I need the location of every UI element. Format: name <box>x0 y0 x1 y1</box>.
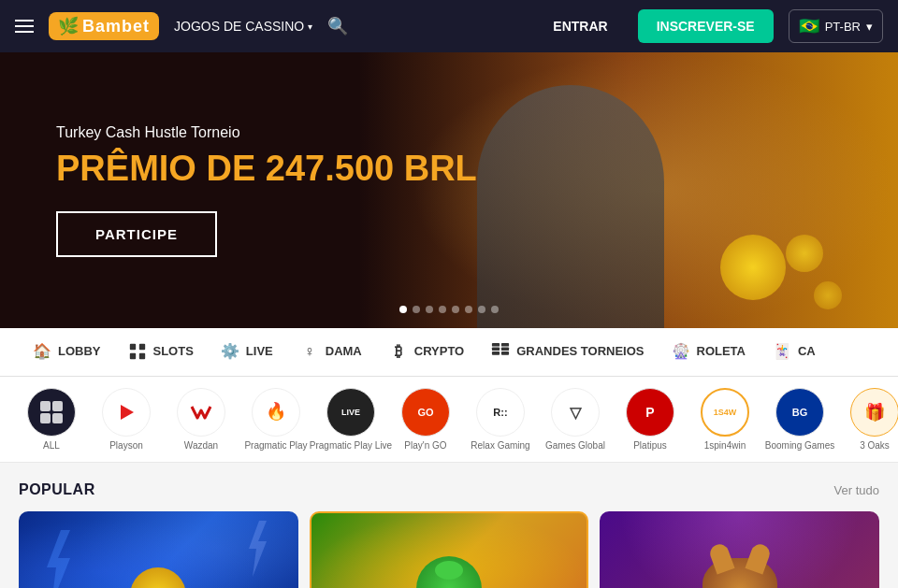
game-card-2[interactable] <box>310 511 589 588</box>
svg-marker-14 <box>121 405 134 420</box>
provider-playn-go-logo: GO <box>401 388 450 437</box>
svg-rect-5 <box>492 347 500 351</box>
provider-platipus-logo: P <box>626 388 674 437</box>
provider-1spin4win-label: 1spin4win <box>704 440 746 451</box>
coin-decoration-3 <box>814 281 842 309</box>
provider-pragmatic-label: Pragmatic Play <box>244 440 307 451</box>
svg-rect-2 <box>129 352 135 358</box>
provider-all-logo <box>27 388 76 437</box>
popular-header: POPULAR Ver tudo <box>19 481 879 498</box>
svg-rect-13 <box>52 413 63 423</box>
banner-content: Turkey Cash Hustle Torneio PRÊMIO DE 247… <box>0 124 533 257</box>
dama-icon: ♀ <box>299 341 320 362</box>
provider-all[interactable]: ALL <box>19 388 84 451</box>
provider-pragmatic-live-label: Pragmatic Play Live <box>310 440 392 451</box>
provider-relax-gaming[interactable]: R:: Relax Gaming <box>468 388 533 451</box>
provider-pragmatic-play[interactable]: 🔥 Pragmatic Play <box>243 388 309 451</box>
search-button[interactable]: 🔍 <box>327 16 348 36</box>
category-ca[interactable]: 🃏 CA <box>759 328 829 377</box>
provider-playson-logo <box>102 388 151 437</box>
provider-pragmatic-live-logo: LIVE <box>326 388 375 437</box>
category-nav: 🏠 LOBBY SLOTS ⚙️ LIVE ♀ DAMA ₿ CRYPTO GR… <box>0 328 898 377</box>
game-grid <box>19 511 879 588</box>
provider-pragmatic-logo: 🔥 <box>252 388 300 437</box>
provider-1spin4win-logo: 1S4W <box>701 388 749 437</box>
dot-1[interactable] <box>399 306 407 313</box>
lobby-icon: 🏠 <box>32 341 52 362</box>
hero-banner: Turkey Cash Hustle Torneio PRÊMIO DE 247… <box>0 52 898 328</box>
dot-4[interactable] <box>439 306 446 313</box>
provider-platipus[interactable]: P Platipus <box>617 388 683 451</box>
provider-relax-logo: R:: <box>476 388 525 437</box>
menu-toggle[interactable] <box>15 20 34 33</box>
category-lobby[interactable]: 🏠 LOBBY <box>19 328 114 377</box>
dot-3[interactable] <box>426 306 433 313</box>
nav-games-arrow-icon: ▾ <box>308 22 312 32</box>
provider-platipus-label: Platipus <box>633 440 667 451</box>
provider-wazdan[interactable]: Wazdan <box>168 388 234 451</box>
svg-rect-0 <box>129 343 135 349</box>
provider-playn-go[interactable]: GO Play'n GO <box>393 388 458 451</box>
coin-decoration-1 <box>720 235 786 300</box>
dot-6[interactable] <box>465 306 472 313</box>
grandes-torneios-icon <box>490 341 511 362</box>
provider-3oaks-logo: 🎁 <box>850 388 898 437</box>
provider-relax-label: Relax Gaming <box>471 440 529 451</box>
svg-rect-9 <box>501 351 509 355</box>
provider-games-global-label: Games Global <box>545 440 605 451</box>
svg-marker-16 <box>249 521 267 577</box>
see-all-link[interactable]: Ver tudo <box>834 483 879 497</box>
category-dama[interactable]: ♀ DAMA <box>286 328 375 377</box>
provider-1spin4win[interactable]: 1S4W 1spin4win <box>692 388 758 451</box>
banner-subtitle: Turkey Cash Hustle Torneio <box>56 124 477 141</box>
roleta-icon: 🎡 <box>671 341 691 362</box>
nav-games[interactable]: JOGOS DE CASSINO ▾ <box>174 19 312 34</box>
svg-rect-7 <box>501 342 509 346</box>
provider-playson[interactable]: Playson <box>94 388 159 451</box>
provider-wazdan-logo <box>177 388 225 437</box>
banner-title: PRÊMIO DE 247.500 BRL <box>56 149 477 189</box>
provider-playson-label: Playson <box>109 440 143 451</box>
provider-booming-games-logo: BG <box>775 388 824 437</box>
flag-icon: 🇧🇷 <box>799 16 819 36</box>
category-crypto[interactable]: ₿ CRYPTO <box>375 328 477 377</box>
category-roleta[interactable]: 🎡 ROLETA <box>658 328 759 377</box>
provider-wazdan-label: Wazdan <box>184 440 218 451</box>
dot-8[interactable] <box>491 306 499 313</box>
provider-filter: ALL Playson Wazdan 🔥 Pragmatic Play LIVE… <box>0 377 898 463</box>
svg-rect-8 <box>501 347 509 351</box>
ca-icon: 🃏 <box>772 341 792 362</box>
provider-3oaks[interactable]: 🎁 3 Oaks <box>842 388 898 451</box>
provider-3oaks-label: 3 Oaks <box>860 440 890 451</box>
banner-cta-button[interactable]: PARTICIPE <box>56 211 217 257</box>
provider-games-global[interactable]: ▽ Games Global <box>543 388 608 451</box>
dot-5[interactable] <box>452 306 459 313</box>
provider-games-global-logo: ▽ <box>551 388 600 437</box>
header: 🌿 Bambet JOGOS DE CASSINO ▾ 🔍 ENTRAR INS… <box>0 0 898 52</box>
crypto-icon: ₿ <box>388 341 409 362</box>
svg-rect-10 <box>40 401 51 411</box>
coin-decoration-2 <box>786 235 823 272</box>
category-grandes-torneios[interactable]: GRANDES TORNEIOS <box>477 328 657 377</box>
svg-marker-15 <box>47 530 70 588</box>
category-slots[interactable]: SLOTS <box>114 328 207 377</box>
svg-rect-4 <box>492 342 500 346</box>
game-card-1[interactable] <box>19 511 298 588</box>
game-card-3[interactable] <box>600 511 879 588</box>
logo[interactable]: 🌿 Bambet <box>49 12 159 40</box>
dot-7[interactable] <box>478 306 485 313</box>
register-button[interactable]: INSCREVER-SE <box>638 9 774 43</box>
logo-leaf-icon: 🌿 <box>58 16 79 36</box>
provider-booming-games-label: Booming Games <box>765 440 834 451</box>
lang-dropdown-icon: ▾ <box>866 20 873 34</box>
svg-rect-12 <box>40 413 51 423</box>
popular-title: POPULAR <box>19 481 95 498</box>
slide-dots <box>399 306 499 313</box>
login-button[interactable]: ENTRAR <box>538 11 622 41</box>
language-selector[interactable]: 🇧🇷 PT-BR ▾ <box>789 9 883 43</box>
provider-pragmatic-live[interactable]: LIVE Pragmatic Play Live <box>318 388 384 451</box>
dot-2[interactable] <box>413 306 420 313</box>
provider-booming-games[interactable]: BG Booming Games <box>767 388 833 451</box>
category-live[interactable]: ⚙️ LIVE <box>207 328 286 377</box>
provider-playn-go-label: Play'n GO <box>404 440 446 451</box>
